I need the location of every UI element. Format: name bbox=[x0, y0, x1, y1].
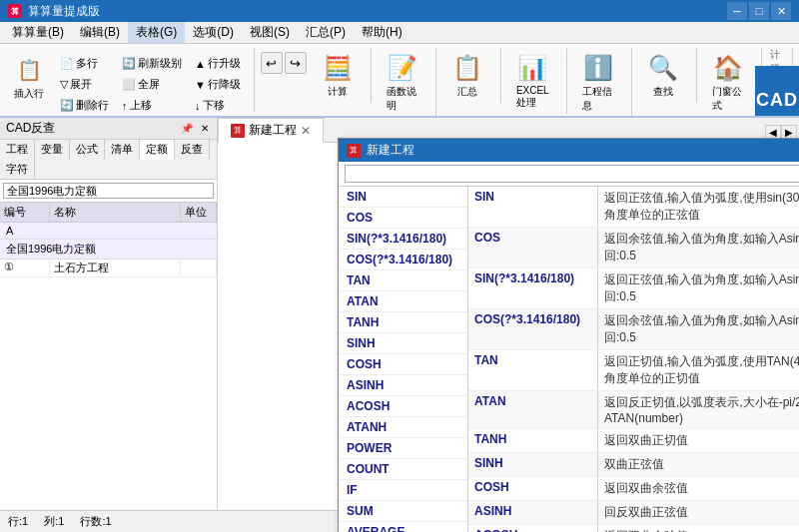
popup-search-input[interactable] bbox=[345, 165, 799, 183]
upgrade-button[interactable]: ▲ 行升级 bbox=[190, 54, 246, 73]
sidebar-close-button[interactable]: ✕ bbox=[199, 123, 211, 134]
sidebar: CAD反查 📌 ✕ 工程 变量 公式 清单 定额 反查 字符 编号 名称 单位 … bbox=[0, 118, 218, 510]
fullscreen-button[interactable]: ⬜ 全屏 bbox=[117, 75, 187, 94]
find-group: 🔍 查找 bbox=[638, 48, 697, 103]
close-button[interactable]: ✕ bbox=[771, 2, 791, 20]
sidebar-filter bbox=[0, 180, 217, 203]
excel-button[interactable]: 📊 EXCEL处理 bbox=[507, 48, 558, 114]
refresh-button[interactable]: 🔄 刷新级别 bbox=[117, 54, 187, 73]
function-desc-row: ASINH回反双曲正弦值 bbox=[468, 501, 799, 525]
function-list-item[interactable]: COUNT bbox=[339, 459, 467, 480]
sidebar-filter-input[interactable] bbox=[3, 183, 214, 199]
multi-row-button[interactable]: 📄 多行 bbox=[55, 54, 114, 73]
function-desc-text: 返回正切值,输入值为弧度,使用TAN(45*pi()/180)可返回常角度单位的… bbox=[598, 350, 799, 390]
function-list-item[interactable]: ASINH bbox=[339, 375, 467, 396]
menu-table[interactable]: 表格(G) bbox=[128, 22, 185, 43]
sidebar-tab-char[interactable]: 字符 bbox=[0, 160, 35, 179]
sidebar-item-1[interactable]: ① 土石方工程 bbox=[0, 260, 217, 277]
excel-group: 📊 EXCEL处理 bbox=[507, 48, 567, 114]
function-list-item[interactable]: SUM bbox=[339, 501, 467, 522]
sidebar-tab-quota[interactable]: 定额 bbox=[140, 140, 175, 160]
menu-suansuanliang[interactable]: 算算量(B) bbox=[4, 22, 72, 43]
function-list-item[interactable]: TANH bbox=[339, 312, 467, 333]
projinfo-button[interactable]: ℹ️ 工程信息 bbox=[573, 48, 623, 117]
function-desc-name: COS bbox=[468, 228, 598, 267]
expand-button[interactable]: ▽ 展开 bbox=[55, 75, 114, 94]
redo-button[interactable]: ↪ bbox=[285, 52, 307, 74]
function-desc-name: TAN bbox=[468, 350, 598, 390]
find-button[interactable]: 🔍 查找 bbox=[638, 48, 688, 103]
function-desc-name: ASINH bbox=[468, 501, 598, 524]
sidebar-pin-button[interactable]: 📌 bbox=[179, 123, 195, 134]
funchelp-button[interactable]: 📝 函数说明 bbox=[378, 48, 427, 117]
function-list-item[interactable]: POWER bbox=[339, 438, 467, 459]
summary-icon: 📋 bbox=[451, 52, 483, 84]
projinfo-group: ℹ️ 工程信息 bbox=[573, 48, 632, 117]
calculate-icon: 🧮 bbox=[322, 52, 354, 84]
sidebar-item-num: ① bbox=[0, 260, 50, 276]
menu-summary[interactable]: 汇总(P) bbox=[298, 22, 354, 43]
function-list-item[interactable]: ATAN bbox=[339, 291, 467, 312]
sidebar-header: 编号 名称 单位 bbox=[0, 203, 217, 223]
status-col: 列:1 bbox=[44, 514, 64, 529]
calculate-button[interactable]: 🧮 计算 bbox=[313, 48, 363, 103]
function-desc-text: 返回余弦值,输入值为角度,如输入Asin(30*pi()/180)则可返回:0.… bbox=[598, 228, 799, 267]
undo-button[interactable]: ↩ bbox=[261, 52, 283, 74]
funchelp-icon: 📝 bbox=[387, 52, 418, 84]
sidebar-tabs: 工程 变量 公式 清单 定额 反查 字符 bbox=[0, 140, 217, 180]
function-desc-name: COS(?*3.1416/180) bbox=[468, 309, 598, 349]
function-list-item[interactable]: COS(?*3.1416/180) bbox=[339, 250, 467, 270]
function-desc-text: 返回双曲正切值 bbox=[598, 429, 799, 452]
maximize-button[interactable]: □ bbox=[749, 2, 769, 20]
app-title: 算算量提成版 bbox=[28, 3, 100, 20]
menu-help[interactable]: 帮助(H) bbox=[354, 22, 410, 43]
down-button[interactable]: ↓ 下移 bbox=[190, 96, 246, 115]
window-formula-button[interactable]: 🏠 门窗公式 bbox=[703, 48, 753, 117]
cad-badge[interactable]: CAD bbox=[755, 66, 799, 118]
menu-view[interactable]: 视图(S) bbox=[242, 22, 298, 43]
up-button[interactable]: ↑ 上移 bbox=[117, 96, 187, 115]
summary-button[interactable]: 📋 汇总 bbox=[442, 48, 492, 103]
function-list-item[interactable]: COSH bbox=[339, 354, 467, 375]
function-list-item[interactable]: ATANH bbox=[339, 417, 467, 438]
function-desc-text: 返回余弦值,输入值为角度,如输入Asin(30*pi()/180)则可返回:0.… bbox=[598, 309, 799, 349]
title-bar-left: 算 算算量提成版 bbox=[8, 3, 100, 20]
popup-search-bar bbox=[339, 162, 799, 187]
function-descriptions: SIN返回正弦值,输入值为弧度,使用sin(30*pi()/180)可返回常角度… bbox=[468, 187, 799, 532]
function-list-item[interactable]: SINH bbox=[339, 333, 467, 354]
function-desc-text: 返回双曲余弦值 bbox=[598, 477, 799, 500]
title-bar-controls[interactable]: ─ □ ✕ bbox=[727, 2, 791, 20]
menu-edit[interactable]: 编辑(B) bbox=[72, 22, 128, 43]
sidebar-content: A 全国1996电力定额 ① 土石方工程 bbox=[0, 223, 217, 510]
insert-row-button[interactable]: 📋 插入行 bbox=[6, 50, 52, 105]
menu-options[interactable]: 选项(D) bbox=[185, 22, 242, 43]
function-list-item[interactable]: ACOSH bbox=[339, 396, 467, 417]
function-list-item[interactable]: COS bbox=[339, 208, 467, 229]
function-desc-row: SINH双曲正弦值 bbox=[468, 453, 799, 477]
expand-icon: ▽ bbox=[60, 78, 68, 91]
multi-row-icon: 📄 bbox=[60, 57, 74, 70]
downgrade-button[interactable]: ▼ 行降级 bbox=[190, 75, 246, 94]
sidebar-tab-formula[interactable]: 公式 bbox=[70, 140, 105, 160]
function-list-item[interactable]: IF bbox=[339, 480, 467, 501]
sidebar-col-num: 编号 bbox=[0, 203, 50, 222]
ribbon: 📋 插入行 📄 多行 ▽ 展开 🔄 删除行 bbox=[0, 44, 799, 118]
sidebar-tab-trace[interactable]: 反查 bbox=[175, 140, 210, 160]
function-list-item[interactable]: TAN bbox=[339, 270, 467, 291]
sidebar-item-unit bbox=[181, 260, 217, 276]
sidebar-section-a[interactable]: A bbox=[0, 223, 217, 240]
summary-group: 📋 汇总 bbox=[442, 48, 501, 103]
function-list-item[interactable]: SIN(?*3.1416/180) bbox=[339, 229, 467, 250]
sidebar-tab-project[interactable]: 工程 bbox=[0, 140, 35, 160]
sidebar-tab-list[interactable]: 清单 bbox=[105, 140, 140, 160]
minimize-button[interactable]: ─ bbox=[727, 2, 747, 20]
delete-row-button[interactable]: 🔄 删除行 bbox=[55, 96, 114, 115]
popup-content: SINCOSSIN(?*3.1416/180)COS(?*3.1416/180)… bbox=[339, 187, 799, 532]
sidebar-tab-variable[interactable]: 变量 bbox=[35, 140, 70, 160]
function-list-item[interactable]: SIN bbox=[339, 187, 467, 208]
calc-group: 🧮 计算 bbox=[313, 48, 372, 103]
function-list-item[interactable]: AVERAGE bbox=[339, 522, 467, 532]
function-desc-name: TANH bbox=[468, 429, 598, 452]
popup-title-left: 算 新建工程 bbox=[347, 142, 414, 159]
function-desc-row: ATAN返回反正切值,以弧度表示,大小在-pi/2到pi/2之间 ATAN(nu… bbox=[468, 391, 799, 429]
